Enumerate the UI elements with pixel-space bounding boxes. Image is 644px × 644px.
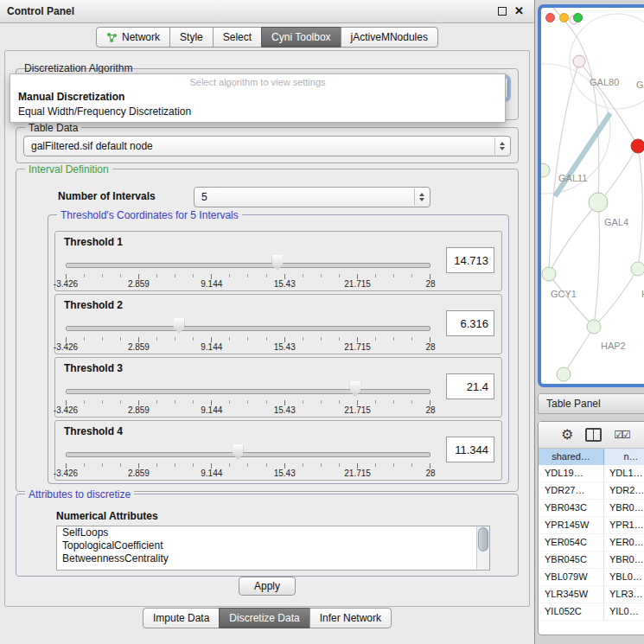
table-cell[interactable]: YBR043C: [539, 500, 604, 516]
tick-label: 9.144: [201, 279, 222, 289]
tick-label: 15.43: [274, 279, 296, 289]
tick-label: 15.43: [274, 469, 296, 478]
edge[interactable]: [638, 146, 642, 269]
threshold-4-slider[interactable]: -3.4262.8599.14415.4321.71528: [66, 442, 432, 478]
column-header-name[interactable]: n…: [604, 449, 644, 465]
column-header-shared-name[interactable]: shared…: [539, 449, 604, 465]
threshold-2-value-field[interactable]: 6.316: [446, 310, 494, 336]
slider-track[interactable]: [66, 263, 430, 268]
edge[interactable]: [549, 202, 598, 274]
node-label: GAL11: [558, 173, 587, 183]
table-cell[interactable]: YDR27…: [539, 482, 604, 499]
table-row[interactable]: YIL052CYIL0…: [539, 603, 644, 621]
minimize-traffic-light-icon[interactable]: [559, 13, 569, 22]
table-cell[interactable]: YBR0…: [604, 552, 644, 568]
list-item[interactable]: TopologicalCoefficient: [57, 539, 489, 552]
tab-impute-data[interactable]: Impute Data: [143, 608, 220, 628]
table-row[interactable]: YDR27…YDR2…: [539, 482, 644, 500]
slider-thumb[interactable]: [271, 255, 283, 271]
number-of-intervals-combobox[interactable]: 5: [194, 187, 430, 207]
table-row[interactable]: YDL19…YDL1…: [539, 465, 644, 482]
scrollbar-thumb[interactable]: [478, 527, 488, 552]
edge[interactable]: [594, 269, 638, 327]
table-row[interactable]: YLR345WYLR3…: [539, 586, 644, 603]
node-circle[interactable]: [589, 193, 608, 212]
table-cell[interactable]: YER054C: [539, 534, 604, 551]
slider-track[interactable]: [66, 452, 430, 457]
threshold-3-slider[interactable]: -3.4262.8599.14415.4321.71528: [66, 379, 432, 415]
table-row[interactable]: YER054CYER0…: [539, 534, 644, 552]
dropdown-option-equal-width-frequency[interactable]: Equal Width/Frequency Discretization: [10, 105, 505, 119]
slider-track[interactable]: [66, 326, 430, 331]
dropdown-option-manual-discretization[interactable]: Manual Discretization: [10, 90, 505, 105]
table-row[interactable]: YBR045CYBR0…: [539, 552, 644, 569]
tab-jactivemnodules[interactable]: jActiveMNodules: [341, 27, 438, 48]
table-header-row: shared… n…: [539, 449, 644, 465]
threshold-1-slider[interactable]: -3.4262.8599.14415.4321.71528: [66, 252, 432, 289]
close-traffic-light-icon[interactable]: [545, 13, 555, 22]
tab-network[interactable]: Network: [96, 27, 170, 48]
slider-thumb[interactable]: [349, 381, 360, 397]
threshold-2-slider[interactable]: -3.4262.8599.14415.4321.71528: [66, 316, 432, 352]
edge[interactable]: [594, 202, 600, 327]
threshold-4-value-field[interactable]: 11.344: [446, 437, 494, 462]
table-data-combobox[interactable]: galFiltered.sif default node: [23, 136, 511, 156]
tab-discretize-data[interactable]: Discretize Data: [219, 608, 309, 628]
tab-label: Impute Data: [153, 609, 209, 628]
node-circle[interactable]: [587, 320, 601, 334]
node-circle[interactable]: [541, 163, 550, 177]
list-scrollbar[interactable]: [476, 526, 489, 570]
zoom-traffic-light-icon[interactable]: [573, 13, 583, 22]
list-item[interactable]: BetweennessCentrality: [57, 552, 489, 565]
table-cell[interactable]: YBL079W: [539, 569, 604, 585]
selected-node-circle[interactable]: [631, 139, 644, 153]
table-cell[interactable]: YLR3…: [604, 586, 644, 603]
table-cell[interactable]: YBR045C: [539, 552, 604, 568]
network-graph-canvas[interactable]: GAL80 GA GAL11 GAL4 GCY1 H HAP2: [541, 8, 644, 384]
table-cell[interactable]: YDR2…: [604, 482, 644, 499]
table-cell[interactable]: YIL052C: [539, 603, 604, 620]
edge[interactable]: [600, 146, 638, 201]
node-label: HAP2: [601, 341, 626, 351]
table-cell[interactable]: YLR345W: [539, 586, 604, 603]
table-cell[interactable]: YDL19…: [539, 465, 604, 481]
table-cell[interactable]: YER0…: [604, 534, 644, 551]
tab-style[interactable]: Style: [169, 27, 214, 48]
thresholds-group: Threshold's Coordinates for 5 Intervals …: [48, 214, 509, 484]
slider-thumb[interactable]: [174, 318, 185, 334]
node-circle[interactable]: [573, 55, 585, 67]
table-cell[interactable]: YPR145W: [539, 517, 604, 533]
table-row[interactable]: YBR043CYBR0…: [539, 500, 644, 517]
apply-button[interactable]: Apply: [239, 577, 296, 596]
table-cell[interactable]: YDL1…: [604, 465, 644, 481]
edge[interactable]: [549, 274, 594, 327]
columns-icon[interactable]: [585, 428, 602, 442]
control-panel-titlebar: Control Panel ✕: [0, 0, 534, 23]
node-circle[interactable]: [631, 262, 644, 276]
threshold-3-value-field[interactable]: 21.4: [446, 373, 494, 399]
table-data-label: Table Data: [25, 122, 81, 134]
edge[interactable]: [579, 61, 638, 146]
list-item[interactable]: SelfLoops: [57, 526, 489, 539]
table-cell[interactable]: YBR0…: [604, 500, 644, 516]
float-window-icon[interactable]: [498, 7, 507, 16]
slider-track[interactable]: [66, 389, 430, 394]
edge[interactable]: [564, 327, 594, 374]
select-all-checkboxes-icon[interactable]: ☑☑: [614, 429, 629, 441]
table-row[interactable]: YBL079WYBL0…: [539, 569, 644, 586]
gear-icon[interactable]: ⚙: [561, 428, 573, 442]
table-row[interactable]: YPR145WYPR1…: [539, 517, 644, 534]
tab-infer-network[interactable]: Infer Network: [309, 608, 392, 628]
slider-tick-labels: -3.4262.8599.14415.4321.71528: [66, 469, 430, 479]
node-circle[interactable]: [557, 367, 571, 381]
tab-select[interactable]: Select: [213, 27, 262, 48]
table-cell[interactable]: YIL0…: [604, 603, 644, 620]
threshold-4-panel: Threshold 4 -3.4262.8599.14415.4321.7152…: [54, 420, 502, 481]
table-cell[interactable]: YBL0…: [604, 569, 644, 585]
tab-cyni-toolbox[interactable]: Cyni Toolbox: [261, 27, 341, 48]
table-cell[interactable]: YPR1…: [604, 517, 644, 533]
slider-thumb[interactable]: [233, 444, 244, 460]
node-circle[interactable]: [542, 267, 556, 281]
close-icon[interactable]: ✕: [514, 7, 524, 16]
threshold-1-value-field[interactable]: 14.713: [446, 247, 494, 273]
